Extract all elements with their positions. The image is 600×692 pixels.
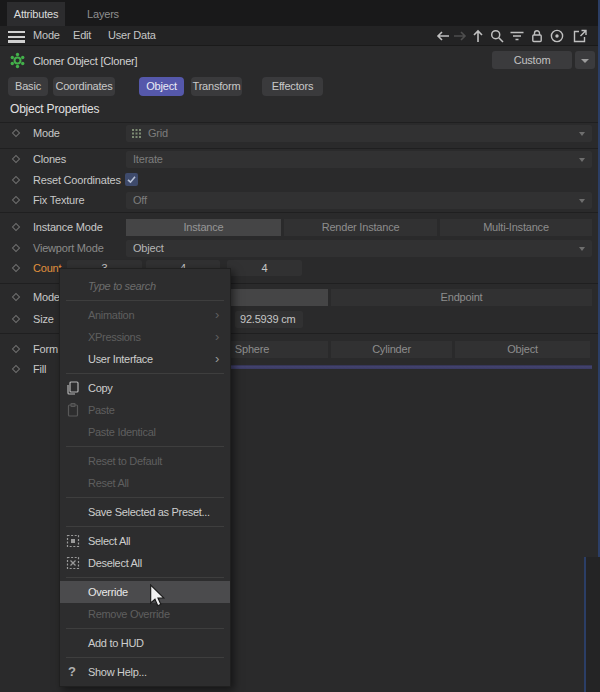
section-title: Object Properties [10,102,99,116]
grid-icon [132,129,141,138]
menu-separator [66,373,224,374]
submenu-arrow-icon: › [215,326,219,348]
open-window-icon[interactable] [572,28,588,44]
form-cylinder[interactable]: Cylinder [331,341,452,358]
tab-attributes[interactable]: Attributes [7,2,65,26]
tab-transform[interactable]: Transform [191,77,242,96]
menu-mode[interactable]: Mode [33,26,60,45]
row-label-form[interactable]: Form [33,341,58,358]
key-diamond[interactable] [12,345,20,353]
instance-mode-instance[interactable]: Instance [126,219,281,236]
menu-item-add-to-hud[interactable]: Add to HUD [60,632,230,654]
filter-icon[interactable] [509,28,525,44]
key-diamond[interactable] [12,244,20,252]
menu-item-deselect-all[interactable]: Deselect All [60,552,230,574]
chevron-down-icon [579,158,585,162]
attribute-manager: Attributes Layers Mode Edit User Data [0,0,600,692]
fix-texture-dropdown[interactable]: Off [126,192,592,209]
separator [0,212,600,213]
menu-item-user-interface[interactable]: User Interface› [60,348,230,370]
clones-value: Iterate [133,151,163,168]
search-icon[interactable] [489,28,505,44]
menu-separator [66,497,224,498]
row-label-size[interactable]: Size [33,311,54,328]
paste-icon [65,402,81,418]
menu-separator [66,577,224,578]
separator [0,122,600,123]
forward-icon[interactable] [452,28,468,44]
reset-coordinates-checkbox[interactable] [125,173,138,186]
key-diamond[interactable] [12,129,20,137]
size-z-field[interactable]: 92.5939 cm [235,311,303,328]
menu-item-paste: Paste [60,399,230,421]
up-icon[interactable] [470,28,486,44]
panel-corner-notch [584,557,600,692]
row-label-clones[interactable]: Clones [33,151,66,168]
row-label-reset-coordinates[interactable]: Reset Coordinates [33,172,121,189]
menu-item-reset-to-default: Reset to Default [60,450,230,472]
key-diamond[interactable] [12,155,20,163]
key-diamond[interactable] [12,365,20,373]
deselect-all-icon [65,555,81,571]
key-diamond[interactable] [12,264,20,272]
tab-layers[interactable]: Layers [75,2,131,26]
instance-mode-multi-instance[interactable]: Multi-Instance [440,219,592,236]
menu-separator [66,300,224,301]
form-object[interactable]: Object [455,341,590,358]
check-icon [125,173,138,186]
key-diamond[interactable] [12,196,20,204]
row-label-fill[interactable]: Fill [33,361,46,378]
back-icon[interactable] [435,28,451,44]
menu-item-remove-override: Remove Override [60,603,230,625]
menu-item-override[interactable]: Override [60,581,230,603]
object-title: Cloner Object [Cloner] [33,53,137,69]
row-label-count[interactable]: Count [33,260,61,277]
cloner-object-icon [9,52,26,69]
menu-item-save-selected-as-preset[interactable]: Save Selected as Preset... [60,501,230,523]
tab-effectors[interactable]: Effectors [262,77,323,96]
context-menu: Type to search Animation› XPressions› Us… [59,268,231,687]
preset-dropdown-arrow[interactable] [575,51,595,69]
select-all-icon [65,533,81,549]
menu-item-show-help[interactable]: ? Show Help... [60,661,230,683]
viewport-mode-dropdown[interactable]: Object [126,240,592,257]
menu-user-data[interactable]: User Data [108,26,156,45]
row-label-mode[interactable]: Mode [33,125,60,142]
key-diamond[interactable] [12,223,20,231]
key-diamond[interactable] [12,315,20,323]
menu-item-select-all[interactable]: Select All [60,530,230,552]
menu-item-copy[interactable]: Copy [60,377,230,399]
panel-tabbar: Attributes Layers [0,0,600,26]
row-label-mode2[interactable]: Mode [33,289,60,306]
row-label-fix-texture[interactable]: Fix Texture [33,192,84,209]
menu-item-paste-identical: Paste Identical [60,421,230,443]
menu-separator [66,446,224,447]
row-label-viewport-mode[interactable]: Viewport Mode [33,240,104,257]
help-icon: ? [68,661,76,683]
mode2-endpoint[interactable]: Endpoint [331,289,592,306]
menu-separator [66,628,224,629]
count-z-field[interactable]: 4 [227,260,302,276]
separator [0,148,600,149]
row-label-instance-mode[interactable]: Instance Mode [33,219,103,236]
tab-basic[interactable]: Basic [8,77,48,96]
menu-separator [66,526,224,527]
menu-item-animation: Animation› [60,304,230,326]
menu-edit[interactable]: Edit [73,26,91,45]
hamburger-icon[interactable] [8,31,25,42]
instance-mode-render-instance[interactable]: Render Instance [284,219,437,236]
key-diamond[interactable] [12,293,20,301]
clones-dropdown[interactable]: Iterate [126,151,592,168]
chevron-down-icon [579,132,585,136]
tab-coordinates[interactable]: Coordinates [53,77,115,96]
menu-search-hint[interactable]: Type to search [60,275,230,297]
lock-icon[interactable] [529,28,545,44]
key-diamond[interactable] [12,176,20,184]
tab-object[interactable]: Object [139,77,184,96]
mouse-cursor [149,584,168,609]
viewport-mode-value: Object [133,240,164,257]
target-icon[interactable] [549,28,565,44]
preset-dropdown[interactable]: Custom [492,51,572,69]
copy-icon [65,380,81,396]
mode-dropdown[interactable]: Grid [126,125,592,142]
